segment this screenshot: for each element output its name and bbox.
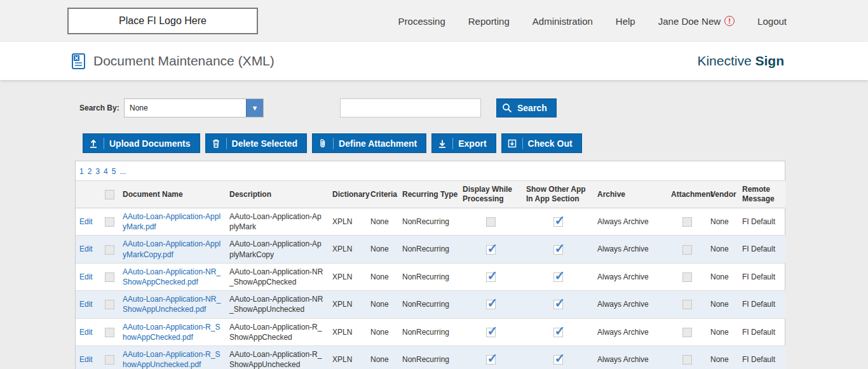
edit-link[interactable]: Edit	[79, 328, 93, 337]
recurring-type-cell: NonRecurring	[398, 263, 459, 290]
col-recurring-type: Recurring Type	[398, 181, 459, 208]
export-button[interactable]: Export	[431, 133, 496, 153]
search-input[interactable]	[340, 98, 481, 117]
search-by-dropdown[interactable]: None ▼	[124, 98, 264, 117]
search-row: Search By: None ▼ Search	[75, 98, 785, 118]
description-cell: AAuto-Loan-Application-ApplyMarkCopy	[226, 236, 329, 263]
dictionary-cell: XPLN	[329, 208, 367, 236]
select-all-checkbox[interactable]	[105, 190, 114, 199]
row-checkbox[interactable]	[105, 217, 114, 227]
page-link[interactable]: 3	[95, 167, 100, 176]
page-link[interactable]: 1	[79, 167, 84, 176]
attachment-checkbox[interactable]	[682, 355, 692, 365]
attachment-checkbox[interactable]	[682, 328, 692, 337]
top-navigation: Processing Reporting Administration Help…	[398, 16, 787, 27]
edit-link[interactable]: Edit	[79, 355, 93, 364]
attachment-checkbox[interactable]	[682, 272, 692, 282]
document-name-link[interactable]: AAuto-Loan-Application-R_ShowAppUnchecke…	[123, 350, 220, 369]
row-checkbox[interactable]	[105, 245, 114, 255]
edit-link[interactable]: Edit	[79, 300, 93, 309]
nav-logout[interactable]: Logout	[757, 16, 787, 27]
display-while-processing-checkbox[interactable]	[486, 217, 496, 227]
export-label: Export	[458, 138, 486, 149]
page-link[interactable]: 4	[104, 167, 108, 176]
dictionary-cell: XPLN	[329, 291, 367, 318]
search-by-selected-value: None	[125, 104, 246, 112]
attachment-checkbox[interactable]	[682, 245, 692, 255]
edit-link[interactable]: Edit	[79, 245, 93, 253]
show-other-app-checkbox[interactable]	[553, 217, 563, 227]
display-while-processing-checkbox[interactable]	[486, 300, 496, 309]
display-while-processing-checkbox[interactable]	[486, 245, 496, 255]
main-content: Search By: None ▼ Search	[0, 98, 868, 369]
document-name-link[interactable]: AAuto-Loan-Application-R_ShowAppChecked.…	[123, 323, 220, 342]
edit-link[interactable]: Edit	[79, 272, 93, 281]
row-checkbox[interactable]	[105, 272, 114, 282]
show-other-app-checkbox[interactable]	[553, 300, 563, 309]
fi-logo-text: Place FI Logo Here	[119, 15, 207, 27]
upload-icon	[88, 138, 98, 149]
row-checkbox[interactable]	[105, 328, 114, 337]
attachment-checkbox[interactable]	[682, 217, 692, 227]
display-while-processing-checkbox[interactable]	[486, 355, 496, 365]
check-out-button[interactable]: Check Out	[501, 133, 582, 153]
page-link[interactable]: 5	[112, 167, 116, 176]
col-remote-message: Remote Message	[738, 181, 785, 208]
dictionary-cell: XPLN	[329, 263, 367, 290]
check-out-icon	[507, 138, 517, 149]
button-divider	[104, 138, 104, 149]
document-name-link[interactable]: AAuto-Loan-Application-NR_ShowAppUncheck…	[123, 295, 220, 314]
edit-column-header	[76, 181, 100, 208]
search-button[interactable]: Search	[496, 98, 557, 117]
recurring-type-cell: NonRecurring	[398, 346, 459, 369]
nav-processing[interactable]: Processing	[398, 16, 445, 27]
table-header-row: Document Name Description Dictionary Cri…	[76, 181, 785, 208]
remote-message-cell: FI Default	[738, 208, 785, 236]
table-row: Edit AAuto-Loan-Application-R_ShowAppUnc…	[76, 346, 785, 369]
document-name-link[interactable]: AAuto-Loan-Application-ApplyMarkCopy.pdf	[123, 239, 220, 258]
search-icon	[502, 103, 512, 113]
criteria-cell: None	[367, 291, 398, 318]
show-other-app-checkbox[interactable]	[553, 272, 563, 282]
brand-name: Kinective	[697, 53, 751, 68]
nav-reporting[interactable]: Reporting	[468, 16, 510, 27]
upload-documents-button[interactable]: Upload Documents	[83, 133, 200, 153]
define-attachment-label: Define Attachment	[339, 138, 417, 149]
col-dictionary: Dictionary	[329, 181, 367, 208]
alert-circle-icon: !	[724, 16, 735, 26]
vendor-cell: None	[707, 208, 738, 236]
nav-administration[interactable]: Administration	[532, 16, 593, 27]
document-name-link[interactable]: AAuto-Loan-Application-ApplyMark.pdf	[123, 212, 220, 231]
brand-logo: Kinective Sign	[697, 53, 784, 69]
show-other-app-checkbox[interactable]	[553, 355, 563, 365]
row-checkbox[interactable]	[105, 300, 114, 309]
define-attachment-button[interactable]: Define Attachment	[312, 133, 426, 153]
vendor-cell: None	[707, 318, 738, 346]
show-other-app-checkbox[interactable]	[553, 328, 563, 337]
attachment-checkbox[interactable]	[682, 300, 692, 309]
description-cell: AAuto-Loan-Application-NR_ShowAppUncheck…	[226, 291, 329, 318]
nav-user[interactable]: Jane Doe New !	[658, 16, 735, 27]
display-while-processing-checkbox[interactable]	[486, 272, 496, 282]
remote-message-cell: FI Default	[738, 291, 785, 318]
col-archive: Archive	[593, 181, 667, 208]
show-other-app-checkbox[interactable]	[553, 245, 563, 255]
delete-selected-button[interactable]: Delete Selected	[205, 133, 308, 153]
row-checkbox[interactable]	[105, 355, 114, 365]
col-show-other-app: Show Other App In App Section	[522, 181, 593, 208]
edit-link[interactable]: Edit	[79, 217, 93, 226]
archive-cell: Always Archive	[593, 318, 667, 346]
display-while-processing-checkbox[interactable]	[486, 328, 496, 337]
dictionary-cell: XPLN	[329, 236, 367, 263]
recurring-type-cell: NonRecurring	[398, 318, 459, 346]
button-divider	[452, 138, 453, 149]
document-name-link[interactable]: AAuto-Loan-Application-NR_ShowAppChecked…	[123, 267, 220, 286]
nav-help[interactable]: Help	[616, 16, 635, 27]
vendor-cell: None	[707, 263, 738, 290]
table-row: Edit AAuto-Loan-Application-ApplyMarkCop…	[76, 236, 785, 263]
page-link[interactable]: 2	[88, 167, 92, 176]
archive-cell: Always Archive	[593, 263, 667, 290]
col-criteria: Criteria	[367, 181, 398, 208]
page-link[interactable]: ...	[119, 167, 126, 176]
documents-panel: 12345... Document Name Description Dicti…	[75, 161, 785, 369]
